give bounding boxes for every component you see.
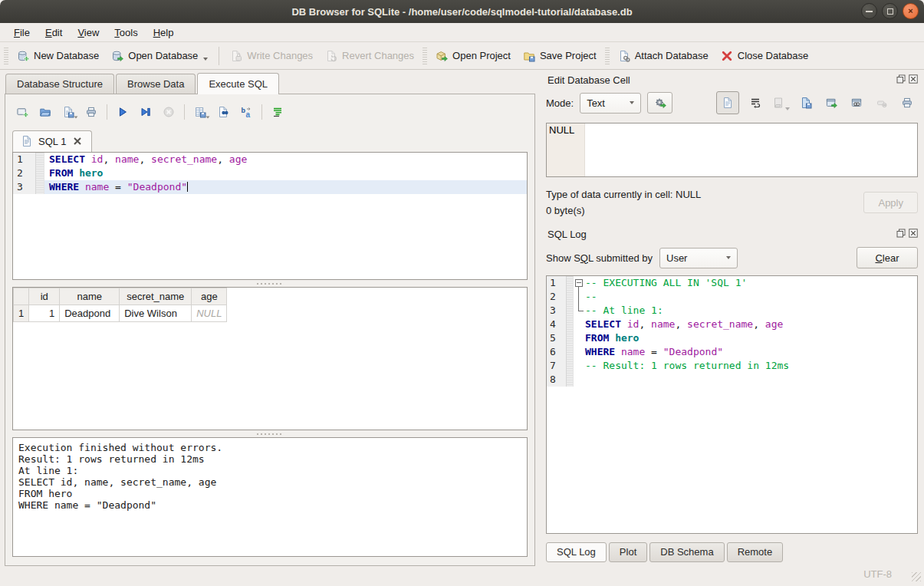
new-sql-tab-button[interactable] [12, 103, 32, 121]
cell-id[interactable]: 1 [29, 305, 60, 322]
clear-button[interactable]: Clear [857, 247, 918, 268]
format-sql-button[interactable] [268, 103, 288, 121]
print-sql-icon [85, 106, 97, 118]
tab-execute-sql[interactable]: Execute SQL [197, 73, 279, 94]
fold-spacer [574, 373, 585, 387]
chevron-down-icon [630, 101, 634, 104]
dock-tabbar: SQL LogPlotDB SchemaRemote [546, 542, 918, 562]
open-project-button[interactable]: Open Project [429, 46, 517, 66]
menu-file[interactable]: File [6, 25, 38, 41]
menu-view[interactable]: View [70, 25, 107, 41]
code-line: FROM hero [44, 166, 527, 180]
close-button[interactable]: × [903, 3, 919, 19]
splitter-handle[interactable] [12, 280, 528, 287]
print-cell-button[interactable] [898, 94, 916, 112]
attach-database-button[interactable]: Attach Database [612, 46, 715, 66]
export-results-button[interactable] [190, 103, 210, 121]
code-line: WHERE name = "Deadpond" [44, 180, 527, 194]
sql-log-view[interactable]: 1-- EXECUTING ALL IN 'SQL 1'2--3-- At li… [546, 275, 918, 534]
code-line: SELECT id, name, secret_name, age [44, 153, 527, 166]
log-code-line [585, 373, 917, 387]
column-header-age[interactable]: age [192, 288, 227, 305]
menu-tools[interactable]: Tools [107, 25, 145, 41]
column-header-secret_name[interactable]: secret_name [120, 288, 192, 305]
dock-tab-remote[interactable]: Remote [727, 542, 784, 562]
toolbar-drag-handle[interactable] [605, 48, 610, 64]
word-wrap-button[interactable] [746, 94, 765, 112]
float-dock-icon[interactable] [896, 74, 906, 84]
tab-browse-data[interactable]: Browse Data [116, 74, 196, 94]
main-area: Database StructureBrowse DataExecute SQL… [0, 70, 924, 562]
execute-all-button[interactable] [113, 103, 133, 121]
svg-text:a: a [246, 110, 251, 119]
window-title: DB Browser for SQLite - /home/user/code/… [291, 6, 632, 18]
line-number: 2 [13, 166, 36, 180]
toolbar-drag-handle[interactable] [423, 48, 427, 64]
text-mode-button[interactable] [716, 91, 739, 114]
save-project-button[interactable]: Save Project [517, 46, 603, 66]
fold-margin [36, 153, 44, 166]
row-header[interactable]: 1 [14, 305, 29, 322]
stop-execution-button [159, 103, 179, 121]
menu-edit[interactable]: Edit [38, 25, 70, 41]
sql-tab[interactable]: SQL 1 [12, 130, 92, 152]
sql-file-icon [21, 135, 33, 147]
fold-pipe-icon[interactable] [574, 290, 585, 304]
cell-age[interactable]: NULL [192, 305, 227, 322]
column-header-name[interactable]: name [60, 288, 120, 305]
filter-label: Show SQL submitted by [546, 252, 653, 264]
find-button[interactable] [213, 103, 233, 121]
submitter-select[interactable]: User [659, 248, 738, 268]
stop-execution-icon [163, 106, 175, 118]
log-code-line: -- At line 1: [585, 304, 917, 318]
sql-editor[interactable]: 1SELECT id, name, secret_name, age2FROM … [12, 152, 528, 280]
edit-cell-header: Edit Database Cell [546, 72, 918, 88]
open-url-button[interactable] [847, 94, 866, 112]
main-tabbar: Database StructureBrowse DataExecute SQL [5, 74, 535, 94]
log-code-line: -- Result: 1 rows returned in 12ms [585, 359, 917, 373]
print-sql-button[interactable] [81, 103, 101, 121]
line-number: 5 [547, 331, 567, 345]
mode-select[interactable]: Text [580, 93, 641, 114]
log-code-line: -- [585, 290, 917, 304]
open-sql-file-button[interactable] [35, 103, 55, 121]
export-data-button[interactable] [797, 94, 815, 112]
fold-margin [567, 373, 574, 387]
import-data-button [771, 94, 790, 112]
find-replace-button[interactable]: ba [236, 103, 256, 121]
close-tab-icon[interactable] [71, 135, 84, 147]
tab-database-structure[interactable]: Database Structure [5, 74, 114, 94]
auto-apply-button[interactable] [647, 92, 672, 114]
format-sql-icon [271, 106, 284, 118]
splitter-handle[interactable] [12, 430, 528, 437]
save-sql-file-button[interactable] [58, 103, 78, 121]
attach-database-label: Attach Database [635, 50, 709, 61]
toolbar-drag-handle[interactable] [4, 48, 8, 64]
chevron-down-icon [726, 256, 731, 259]
fold-margin [567, 276, 574, 290]
log-code-line: WHERE name = "Deadpond" [585, 345, 917, 359]
write-changes-icon [230, 50, 242, 62]
minimize-button[interactable] [861, 3, 877, 19]
cell-name[interactable]: Deadpond [60, 305, 120, 322]
close-database-button[interactable]: Close Database [715, 46, 815, 66]
dock-tab-db-schema[interactable]: DB Schema [649, 542, 724, 562]
fold-box-icon[interactable] [574, 276, 585, 290]
open-database-button[interactable]: Open Database [105, 46, 214, 66]
apply-button[interactable]: Apply [863, 192, 918, 213]
new-database-button[interactable]: New Database [11, 46, 105, 66]
close-dock-icon[interactable] [908, 74, 918, 84]
float-dock-icon[interactable] [896, 228, 906, 238]
column-header-id[interactable]: id [29, 288, 60, 305]
menu-help[interactable]: Help [146, 25, 182, 41]
execute-current-line-button[interactable] [136, 103, 156, 121]
open-in-external-button[interactable] [822, 94, 840, 112]
dock-tab-sql-log[interactable]: SQL Log [546, 542, 607, 562]
close-dock-icon[interactable] [908, 228, 918, 238]
dock-tab-plot[interactable]: Plot [609, 542, 647, 562]
resize-grip[interactable] [912, 572, 921, 581]
cell-secret_name[interactable]: Dive Wilson [120, 305, 192, 322]
cell-editor[interactable]: NULL [546, 123, 918, 177]
fold-end-icon[interactable] [574, 304, 585, 318]
maximize-button[interactable] [882, 3, 898, 19]
